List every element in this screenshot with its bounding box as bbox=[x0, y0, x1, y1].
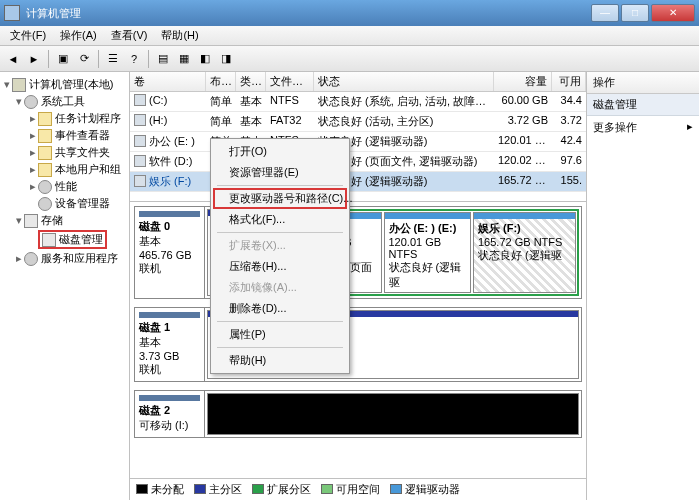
col-status[interactable]: 状态 bbox=[314, 72, 494, 91]
close-button[interactable]: ✕ bbox=[651, 4, 695, 22]
volume-row-selected[interactable]: 娱乐 (F:)简单基本NTFS状态良好 (逻辑驱动器)165.72 GB155. bbox=[130, 172, 586, 192]
drive-icon bbox=[134, 175, 146, 187]
col-fs[interactable]: 文件系统 bbox=[266, 72, 314, 91]
back-button[interactable]: ◄ bbox=[4, 50, 22, 68]
tree-event[interactable]: ▸事件查看器 bbox=[2, 127, 127, 144]
partition-f-selected[interactable]: 娱乐 (F:)165.72 GB NTFS状态良好 (逻辑驱 bbox=[473, 212, 576, 293]
actions-subheader: 磁盘管理 bbox=[587, 94, 699, 116]
volume-row[interactable]: (C:)简单基本NTFS状态良好 (系统, 启动, 活动, 故障转储, 主分区)… bbox=[130, 92, 586, 112]
view3-button[interactable]: ◧ bbox=[196, 50, 214, 68]
disk-1: 磁盘 1 基本 3.73 GB 联机 (H:)3.73 GB FAT32状态良好… bbox=[134, 307, 582, 382]
view2-button[interactable]: ▦ bbox=[175, 50, 193, 68]
props-button[interactable]: ☰ bbox=[104, 50, 122, 68]
ctx-explorer[interactable]: 资源管理器(E) bbox=[213, 162, 347, 183]
ctx-extend[interactable]: 扩展卷(X)... bbox=[213, 235, 347, 256]
tree-devmgr[interactable]: 设备管理器 bbox=[2, 195, 127, 212]
disk-info[interactable]: 磁盘 1 基本 3.73 GB 联机 bbox=[135, 308, 205, 381]
ctx-shrink[interactable]: 压缩卷(H)... bbox=[213, 256, 347, 277]
up-button[interactable]: ▣ bbox=[54, 50, 72, 68]
disk-0: 磁盘 0 基本 465.76 GB 联机 60.00 GB NTFS状态良好 (… bbox=[134, 206, 582, 299]
action-more[interactable]: 更多操作▸ bbox=[587, 116, 699, 139]
drive-icon bbox=[134, 114, 146, 126]
tree-users[interactable]: ▸本地用户和组 bbox=[2, 161, 127, 178]
disk-info[interactable]: 磁盘 2 可移动 (I:) bbox=[135, 391, 205, 437]
drive-icon bbox=[134, 155, 146, 167]
ctx-format[interactable]: 格式化(F)... bbox=[213, 209, 347, 230]
view1-button[interactable]: ▤ bbox=[154, 50, 172, 68]
menubar: 文件(F) 操作(A) 查看(V) 帮助(H) bbox=[0, 26, 699, 46]
drive-icon bbox=[134, 94, 146, 106]
refresh-button[interactable]: ⟳ bbox=[75, 50, 93, 68]
tree-perf[interactable]: ▸性能 bbox=[2, 178, 127, 195]
tree-services[interactable]: ▸服务和应用程序 bbox=[2, 250, 127, 267]
help-button[interactable]: ? bbox=[125, 50, 143, 68]
volume-row[interactable]: (H:)简单基本FAT32状态良好 (活动, 主分区)3.72 GB3.72 bbox=[130, 112, 586, 132]
partition-removable[interactable] bbox=[207, 393, 579, 435]
col-type[interactable]: 类型 bbox=[236, 72, 266, 91]
tree-task[interactable]: ▸任务计划程序 bbox=[2, 110, 127, 127]
tree-systools[interactable]: ▾系统工具 bbox=[2, 93, 127, 110]
ctx-properties[interactable]: 属性(P) bbox=[213, 324, 347, 345]
titlebar: 计算机管理 — □ ✕ bbox=[0, 0, 699, 26]
minimize-button[interactable]: — bbox=[591, 4, 619, 22]
actions-panel: 操作 磁盘管理 更多操作▸ bbox=[587, 72, 699, 500]
ctx-change-drive-letter[interactable]: 更改驱动器号和路径(C)... bbox=[213, 188, 347, 209]
volume-row[interactable]: 软件 (D:)简单基本NTFS状态良好 (页面文件, 逻辑驱动器)120.02 … bbox=[130, 152, 586, 172]
legend: 未分配 主分区 扩展分区 可用空间 逻辑驱动器 bbox=[130, 478, 586, 500]
actions-header: 操作 bbox=[587, 72, 699, 94]
col-name[interactable]: 卷 bbox=[130, 72, 206, 91]
menu-file[interactable]: 文件(F) bbox=[4, 26, 52, 45]
menu-help[interactable]: 帮助(H) bbox=[155, 26, 204, 45]
context-menu: 打开(O) 资源管理器(E) 更改驱动器号和路径(C)... 格式化(F)...… bbox=[210, 138, 350, 374]
app-icon bbox=[4, 5, 20, 21]
menu-action[interactable]: 操作(A) bbox=[54, 26, 103, 45]
col-capacity[interactable]: 容量 bbox=[494, 72, 552, 91]
tree-root[interactable]: ▾计算机管理(本地) bbox=[2, 76, 127, 93]
maximize-button[interactable]: □ bbox=[621, 4, 649, 22]
tree-diskmgmt[interactable]: 磁盘管理 bbox=[2, 229, 127, 250]
menu-view[interactable]: 查看(V) bbox=[105, 26, 154, 45]
partition-e[interactable]: 办公 (E: ) (E:)120.01 GB NTFS状态良好 (逻辑驱 bbox=[384, 212, 472, 293]
forward-button[interactable]: ► bbox=[25, 50, 43, 68]
ctx-delete[interactable]: 删除卷(D)... bbox=[213, 298, 347, 319]
col-free[interactable]: 可用 bbox=[552, 72, 586, 91]
window-title: 计算机管理 bbox=[26, 6, 591, 21]
tree-shared[interactable]: ▸共享文件夹 bbox=[2, 144, 127, 161]
volume-list: 卷 布局 类型 文件系统 状态 容量 可用 (C:)简单基本NTFS状态良好 (… bbox=[130, 72, 586, 202]
nav-tree: ▾计算机管理(本地) ▾系统工具 ▸任务计划程序 ▸事件查看器 ▸共享文件夹 ▸… bbox=[0, 72, 130, 500]
chevron-right-icon: ▸ bbox=[687, 120, 693, 135]
ctx-mirror[interactable]: 添加镜像(A)... bbox=[213, 277, 347, 298]
volume-header: 卷 布局 类型 文件系统 状态 容量 可用 bbox=[130, 72, 586, 92]
view4-button[interactable]: ◨ bbox=[217, 50, 235, 68]
volume-row[interactable]: 办公 (E: )简单基本NTFS状态良好 (逻辑驱动器)120.01 GB42.… bbox=[130, 132, 586, 152]
drive-icon bbox=[134, 135, 146, 147]
disk-layout-area: 磁盘 0 基本 465.76 GB 联机 60.00 GB NTFS状态良好 (… bbox=[130, 202, 586, 478]
col-layout[interactable]: 布局 bbox=[206, 72, 236, 91]
toolbar: ◄ ► ▣ ⟳ ☰ ? ▤ ▦ ◧ ◨ bbox=[0, 46, 699, 72]
disk-2: 磁盘 2 可移动 (I:) bbox=[134, 390, 582, 438]
ctx-help[interactable]: 帮助(H) bbox=[213, 350, 347, 371]
disk-info[interactable]: 磁盘 0 基本 465.76 GB 联机 bbox=[135, 207, 205, 298]
ctx-open[interactable]: 打开(O) bbox=[213, 141, 347, 162]
tree-storage[interactable]: ▾存储 bbox=[2, 212, 127, 229]
